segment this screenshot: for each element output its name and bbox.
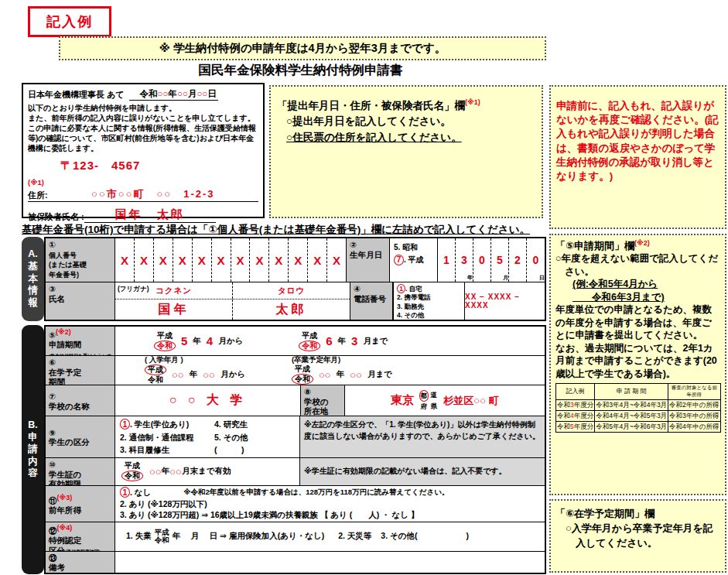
phone-opt-work[interactable]: 3. 勤務先 [397, 303, 464, 311]
caution-box: 申請前に、記入もれ、記入誤りがないかを再度ご確認ください。(記入もれや記入誤りが… [549, 85, 726, 229]
pn-cell[interactable]: X [115, 238, 135, 282]
from-year: ○○ [172, 369, 184, 381]
period-note-box: 「⑤申請期間」欄(※2) ○年度を超えない範囲で記入してください。 (例:令和5… [549, 234, 726, 495]
graduation-caption: (卒業予定年月) [292, 356, 392, 364]
student-category-options[interactable]: 1. 学生(学位あり) 4. 研究生 2. 通信制・通信課程 5. その他 3.… [115, 416, 299, 457]
pn-cell[interactable]: X [250, 238, 269, 282]
r11-sup: (※3) [57, 494, 73, 501]
to-year: ○○ [319, 369, 331, 381]
birth-cell[interactable]: 2 [509, 238, 527, 282]
phone-opt-mobile[interactable]: 2. 携帯電話 [397, 293, 464, 302]
circled-era-heisei: 平成 [145, 365, 166, 375]
birth-cell[interactable]: 5月 [491, 238, 509, 282]
period-note-p2: 年度単位での申請となるため、複数の年度分を申請する場合は、年度ごとに申請書を提出… [555, 303, 720, 342]
example-stamp-label: 記入例 [46, 12, 93, 31]
r11-no: ⑪(※3) [49, 494, 113, 505]
r8-text: 学校の 所在地 [304, 397, 329, 416]
birth-era-options[interactable]: 5. 昭和 7. 平成 [390, 238, 438, 282]
period-note-sup: (※2) [634, 239, 650, 247]
phone-number-value[interactable]: XX − XXXX − XXXX [464, 282, 545, 320]
pn-cell[interactable]: X [193, 238, 212, 282]
phone-opt-other[interactable]: 4. その他 [397, 311, 464, 320]
cat-opt-1[interactable]: 1. 学生(学位あり) [120, 419, 214, 432]
field2-no: ② [350, 240, 357, 249]
addressee: 日本年金機構理事長 あて [28, 89, 125, 101]
circled-choice: 7 [394, 255, 404, 265]
r10-label: ⑩ 学生証の 有効期限 [46, 458, 115, 485]
pn-cell[interactable]: X [231, 238, 251, 282]
income-opt-1[interactable]: 1. なし [120, 487, 151, 498]
birth-cell[interactable]: 0 [473, 238, 491, 282]
remarks-field[interactable] [115, 552, 545, 573]
expiry-year: ○○ [149, 466, 162, 477]
field1-text: 個人番号 (または基礎 年金番号) [49, 252, 87, 279]
pn-cell[interactable]: X [154, 238, 173, 282]
col-header: 申 請 期 間 [595, 384, 668, 399]
note-ref-1: (※1) [28, 178, 258, 187]
r6-text: 在学予定 期間 [49, 368, 81, 387]
era-heisei: 平成 [299, 331, 320, 341]
previous-income-options[interactable]: 1. なし ※令和2年度以前を申請する場合は、128万円を118万円に読み替えて… [115, 486, 545, 522]
special-opt-3[interactable]: 3. その他( ) [381, 531, 469, 542]
name-input-area[interactable]: (フリガナ) コクネン タロウ 国年 太郎 [115, 282, 350, 320]
fiscal-year-cell: 令和5年度分 [556, 422, 595, 433]
phone-opt-home[interactable]: 1. 自宅 [397, 284, 464, 293]
date-year-unit: 年 [168, 89, 177, 98]
pn-cell[interactable]: X [289, 238, 308, 282]
field3-label: ③ 氏名 [46, 282, 115, 320]
special-category-options[interactable]: 1. 失業 平成令和 年 月 日 ⇒ 雇用保険加入(あり・なし) 2. 天災等 … [115, 522, 545, 551]
enrollment-period-value[interactable]: ( 入学年月 ) 平成令和 ○○ 年 ○○ 月から (卒業予定年月) 平成令和 … [115, 356, 545, 385]
era-heisei[interactable]: 7. 平成 [394, 254, 437, 266]
birth-unit: 月 [503, 274, 508, 282]
student-id-expiry-value[interactable]: 平成令和 ○○ 年 ○○ 月末まで有効 [115, 458, 299, 485]
cat-opt-5[interactable]: 5. その他 [214, 432, 299, 445]
era-heisei: 平成 [154, 331, 176, 341]
section-b-bar: B. 申 請 内 容 [22, 325, 44, 574]
income-cell: 令和2年中の所得 [668, 399, 720, 410]
date-month-unit: 月 [188, 89, 197, 98]
income-opt-3[interactable]: 3. あり (※128万円超) ⇒ 16歳以上19歳未満の扶養親族 【 あり (… [120, 509, 542, 521]
furigana-last: コクネン [156, 286, 192, 296]
r5-no: ⑤ [49, 330, 56, 340]
pn-cell[interactable]: X [135, 238, 154, 282]
fiscal-year-cell: 令和3年度分 [556, 399, 595, 410]
fiscal-year-cell: 令和4年度分 [556, 410, 595, 421]
pn-cell[interactable]: X [173, 238, 193, 282]
enrollment-note-title: 「⑥在学予定期間」欄 [555, 507, 720, 522]
application-period-value[interactable]: 平成令和 5 年 4 月から 平成令和 6 年 3 月まで [115, 327, 545, 355]
income-opt-2[interactable]: 2. あり (※128万円以下) [120, 498, 542, 510]
special-opt-1[interactable]: 1. 失業 [126, 531, 152, 542]
city-value: 杉並区○○ 町 [443, 394, 498, 408]
col-header: 記入例 [556, 384, 595, 399]
cat-opt-4[interactable]: 4. 研究生 [214, 419, 299, 432]
pn-cell[interactable]: X [269, 238, 289, 282]
cat-opt-3[interactable]: 3. 科目履修生 [120, 444, 214, 457]
fiscal-year-banner: ※ 学生納付特例の申請年度は4月から翌年3月までです。 [59, 36, 546, 60]
circled-era-reiwa: 令和 [292, 374, 313, 385]
pn-cell[interactable]: X [308, 238, 327, 282]
submit-note-line2: ○住民票の住所を記入してください。 [277, 130, 535, 146]
special-opt-1-detail: 年 月 日 ⇒ 雇用保険加入(あり・なし) [173, 531, 324, 542]
pn-cell[interactable]: X [327, 238, 347, 282]
declaration-box: 日本年金機構理事長 あて 令和○○年○○月○○日 以下のとおり学生納付特例を申請… [22, 83, 265, 218]
r12-label: ⑫(※4) 特例認定 区分(添付書類要確認) [46, 522, 115, 551]
birth-cell[interactable]: 1 [438, 238, 456, 282]
r5-label: ⑤(※2) 申請期間 (学生納付特例を受けようとする期間) [46, 327, 115, 355]
prefecture-value: 東京 [391, 393, 414, 408]
school-location-value[interactable]: 東京 都 道 府 県 杉並区○○ 町 [345, 385, 545, 416]
birth-cell[interactable]: 3年 [456, 238, 473, 282]
pn-cell[interactable]: X [212, 238, 231, 282]
personal-number-cells[interactable]: X X X X X X X X X X X X [115, 238, 347, 282]
birth-cell[interactable]: 0日 [527, 238, 545, 282]
phone-type-options[interactable]: 1. 自宅 2. 携帯電話 3. 勤務先 4. その他 [393, 282, 464, 320]
cat-opt-2[interactable]: 2. 通信制・通信課程 [120, 432, 214, 445]
from-month: 4 [207, 334, 213, 347]
address-label: 住所: [28, 190, 48, 201]
birth-date-cells[interactable]: 1 3年 0 5月 2 0日 [438, 238, 545, 282]
period-cell: 令和5年4月~令和6年3月 [595, 422, 668, 433]
circled-era-reiwa: 令和 [299, 341, 320, 351]
special-opt-2[interactable]: 2. 天災等 [338, 531, 371, 542]
era-showa[interactable]: 5. 昭和 [394, 241, 437, 254]
school-name-value[interactable]: ○ ○ 大 学 [115, 385, 300, 416]
cat-opt-paren[interactable]: ( ) [214, 444, 299, 457]
